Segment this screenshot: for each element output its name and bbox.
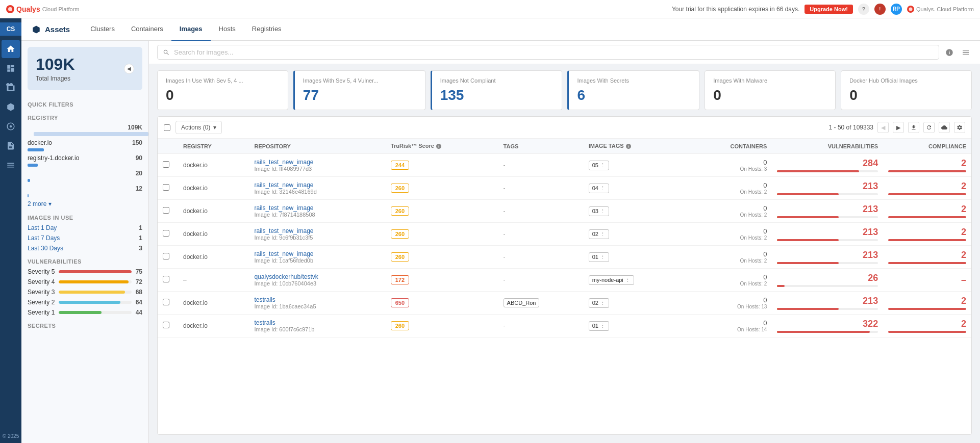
row-containers: 0 On Hosts: 2 [686, 246, 772, 269]
repo-link[interactable]: rails_test_new_image [254, 181, 313, 189]
stat-images-in-use[interactable]: Images In Use With Sev 5, 4 ... 0 [157, 70, 288, 110]
row-vulnerabilities: 213 [772, 292, 883, 315]
collapse-button[interactable]: ◀ [124, 64, 134, 74]
tag-menu-icon[interactable]: ⋮ [600, 231, 606, 238]
search-box[interactable]: Search for images... [157, 45, 939, 60]
info-icon[interactable] [943, 46, 956, 59]
stat-sev54[interactable]: Images With Sev 5, 4 Vulner... 77 [293, 70, 425, 110]
sidebar-assets-icon[interactable] [2, 79, 20, 97]
compliance-num: 2 [888, 250, 966, 260]
table-row: docker.io rails_test_new_image Image Id:… [158, 200, 971, 223]
row-compliance: 2 [883, 315, 971, 337]
repo-link[interactable]: testrails [254, 319, 275, 326]
images-in-use-7days[interactable]: Last 7 Days 1 [21, 233, 148, 243]
search-icons [943, 46, 972, 59]
tab-containers[interactable]: Containers [123, 18, 171, 41]
tag-menu-icon[interactable]: ⋮ [600, 162, 606, 169]
tab-clusters[interactable]: Clusters [82, 18, 123, 41]
row-checkbox[interactable] [163, 299, 169, 305]
table-scroll[interactable]: REGISTRY REPOSITORY TruRisk™ Score TAGS … [158, 139, 971, 434]
tag-menu-icon[interactable]: ⋮ [600, 323, 606, 329]
row-repository: testrails Image Id: 600f7c6c971b [249, 315, 385, 337]
repo-link[interactable]: rails_test_new_image [254, 250, 313, 257]
registry-row3[interactable]: 20 [21, 168, 148, 179]
row-checkbox[interactable] [163, 253, 169, 259]
stat-docker-hub[interactable]: Docker Hub Official Images 0 [841, 70, 972, 110]
repo-link[interactable]: testrails [254, 296, 275, 303]
tag-menu-icon[interactable]: ⋮ [600, 300, 606, 306]
stat-malware[interactable]: Images With Malware 0 [705, 70, 836, 110]
th-tru-risk[interactable]: TruRisk™ Score [386, 139, 498, 154]
download-button[interactable] [908, 122, 919, 133]
menu-icon[interactable] [960, 46, 972, 59]
row-image-tags: 04 ⋮ [584, 177, 686, 200]
sidebar-home-icon[interactable] [2, 40, 20, 58]
registry-registry1-row[interactable]: registry-1.docker.io 90 [21, 152, 148, 164]
refresh-button[interactable] [923, 122, 935, 133]
user-avatar[interactable]: RP [891, 4, 902, 15]
row-containers: 0 On Hosts: 2 [686, 177, 772, 200]
sidebar-network-icon[interactable] [2, 117, 20, 136]
on-hosts-text: On Hosts: 2 [691, 189, 767, 195]
tab-hosts[interactable]: Hosts [211, 18, 244, 41]
registry-header: REGISTRY [21, 110, 148, 123]
registry-row4[interactable]: 12 [21, 183, 148, 194]
images-in-use-30days[interactable]: Last 30 Days 3 [21, 243, 148, 253]
stat-malware-title: Images With Malware [713, 77, 827, 84]
th-image-tags[interactable]: IMAGE TAGS [584, 139, 686, 154]
severity4-row[interactable]: Severity 4 72 [21, 277, 148, 287]
th-repository[interactable]: REPOSITORY [249, 139, 385, 154]
sidebar-reports-icon[interactable] [2, 137, 20, 155]
row-compliance: 2 [883, 200, 971, 223]
tab-images[interactable]: Images [171, 18, 211, 41]
th-tags[interactable]: TAGS [498, 139, 584, 154]
row-checkbox[interactable] [163, 322, 169, 328]
row-checkbox[interactable] [163, 161, 169, 168]
row-checkbox[interactable] [163, 207, 169, 214]
next-page-button[interactable]: ▶ [893, 122, 904, 133]
row-checkbox[interactable] [163, 184, 169, 191]
notification-icon[interactable]: ! [874, 4, 886, 15]
severity3-row[interactable]: Severity 3 68 [21, 287, 148, 297]
tag-menu-icon[interactable]: ⋮ [625, 277, 631, 283]
sidebar-dashboard-icon[interactable] [2, 59, 20, 77]
row-containers: 0 On Hosts: 3 [686, 154, 772, 177]
repo-link[interactable]: rails_test_new_image [254, 227, 313, 234]
row-checkbox[interactable] [163, 276, 169, 282]
prev-page-button[interactable]: ◀ [877, 122, 889, 133]
registry-docker-row[interactable]: docker.io 150 [21, 137, 148, 148]
actions-button[interactable]: Actions (0) ▾ [175, 121, 222, 134]
registry-docker-bar [28, 148, 44, 151]
severity1-row[interactable]: Severity 1 44 [21, 307, 148, 318]
severity2-row[interactable]: Severity 2 64 [21, 297, 148, 307]
th-registry[interactable]: REGISTRY [178, 139, 249, 154]
sidebar-settings-icon[interactable] [2, 156, 20, 174]
row-repository: testrails Image Id: 1ba6caec34a5 [249, 292, 385, 315]
tag-menu-icon[interactable]: ⋮ [600, 185, 606, 192]
row-checkbox-cell [158, 292, 178, 315]
severity5-row[interactable]: Severity 5 75 [21, 267, 148, 277]
more-registries-link[interactable]: 2 more ▾ [21, 198, 148, 210]
images-in-use-1day[interactable]: Last 1 Day 1 [21, 223, 148, 233]
stat-not-compliant[interactable]: Images Not Compliant 135 [431, 70, 563, 110]
repo-link[interactable]: rails_test_new_image [254, 204, 313, 212]
on-hosts-text: On Hosts: 13 [691, 304, 767, 309]
tab-registries[interactable]: Registries [244, 18, 290, 41]
th-compliance[interactable]: COMPLIANCE [883, 139, 971, 154]
image-tag-badge: 04 ⋮ [589, 184, 609, 193]
upgrade-button[interactable]: Upgrade Now! [805, 5, 853, 14]
select-all-checkbox[interactable] [164, 124, 170, 131]
tag-menu-icon[interactable]: ⋮ [600, 208, 606, 215]
stat-secrets[interactable]: Images With Secrets 6 [567, 70, 699, 110]
repo-link[interactable]: rails_test_new_image [254, 159, 313, 166]
th-vulnerabilities[interactable]: VULNERABILITIES [772, 139, 883, 154]
cloud-button[interactable] [939, 122, 950, 133]
help-icon[interactable]: ? [858, 4, 869, 15]
sidebar-containers-icon[interactable] [2, 98, 20, 116]
th-containers[interactable]: CONTAINERS [686, 139, 772, 154]
row-checkbox[interactable] [163, 230, 169, 237]
settings-button[interactable] [954, 122, 965, 133]
tag-menu-icon[interactable]: ⋮ [600, 254, 606, 260]
row-repository: qualysdockerhub/testvk Image Id: 10cb760… [249, 269, 385, 292]
repo-link[interactable]: qualysdockerhub/testvk [254, 273, 318, 280]
